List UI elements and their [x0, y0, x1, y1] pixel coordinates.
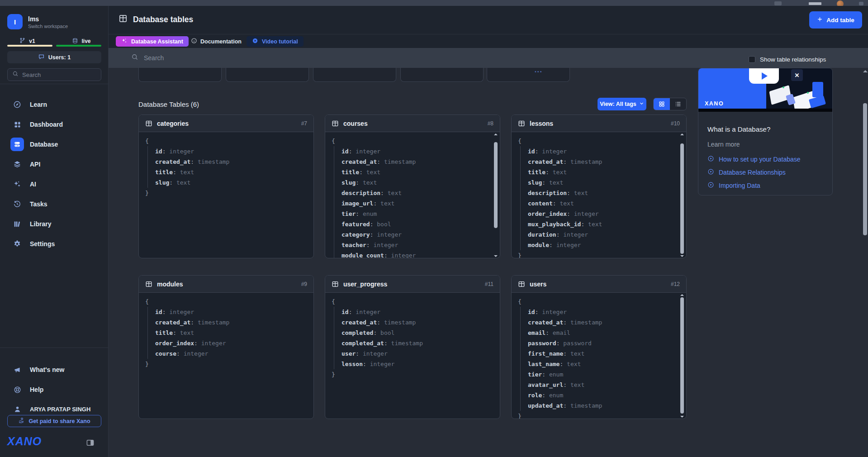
scrollbar-up-arrow[interactable] [863, 70, 868, 72]
help-link-database-relationships[interactable]: Database Relationships [707, 168, 786, 176]
table-card-modules[interactable]: modules#9{id: integercreated_at: timesta… [138, 275, 314, 419]
workspace-avatar[interactable]: I [7, 14, 23, 29]
add-table-button[interactable]: Add table [809, 11, 862, 29]
sidebar-search-input[interactable] [22, 71, 90, 78]
collapse-sidebar-icon[interactable] [85, 438, 95, 447]
field-type: enum [363, 210, 377, 217]
field-type: bool [377, 221, 391, 228]
user-avatar[interactable] [837, 0, 844, 6]
sidebar-search[interactable] [7, 68, 101, 81]
field-name: featured [342, 221, 370, 228]
field-name: image_url [342, 200, 373, 207]
sidebar-item-ai[interactable]: AI [0, 174, 108, 194]
field-line: order_index: integer [528, 209, 680, 219]
scrollbar-thumb[interactable] [863, 103, 867, 235]
person-icon [10, 405, 24, 413]
scrollbar-thumb[interactable] [680, 143, 684, 254]
scrollbar-up-arrow[interactable] [680, 133, 684, 135]
table-name: user_progress [343, 281, 387, 288]
field-name: created_at [342, 319, 377, 326]
field-line: tier: enum [528, 369, 680, 380]
play-button[interactable] [749, 68, 779, 84]
list-view-button[interactable] [670, 98, 686, 110]
sidebar-item-whats-new[interactable]: What's new [0, 360, 108, 380]
video-thumbnail[interactable]: ✕ XANO [698, 68, 832, 112]
table-search[interactable] [131, 48, 424, 68]
gear-icon [10, 240, 24, 248]
workspace-name[interactable]: lms [28, 15, 39, 23]
show-relationships-checkbox[interactable] [749, 56, 755, 63]
sidebar-item-library[interactable]: Library [0, 214, 108, 234]
sidebar-item-label: Library [30, 220, 51, 228]
top-bar [0, 0, 868, 6]
field-name: category [342, 231, 370, 238]
help-link-setup-database[interactable]: How to set up your Database [707, 155, 801, 163]
field-line: teacher: integer [342, 240, 493, 250]
table-card-users[interactable]: users#12{id: integercreated_at: timestam… [511, 275, 687, 419]
show-relationships-label[interactable]: Show table relationships [760, 56, 826, 63]
field-line: id: integer [528, 146, 680, 157]
sidebar-item-database[interactable]: Database [0, 134, 108, 154]
table-card-header: modules#9 [139, 276, 313, 293]
field-line: user: integer [342, 348, 493, 359]
scrolled-out-card[interactable] [138, 68, 222, 82]
users-online-button[interactable]: Users: 1 [7, 51, 101, 63]
field-type: enum [549, 392, 563, 399]
scrollbar-down-arrow[interactable] [680, 416, 684, 418]
table-id: #10 [671, 120, 680, 127]
switch-workspace-link[interactable]: Switch workspace [28, 24, 68, 29]
table-card-courses[interactable]: courses#8{id: integercreated_at: timesta… [325, 114, 500, 258]
table-schema: {id: integercreated_at: timestamptitle: … [139, 293, 313, 419]
grid-view-button[interactable] [654, 98, 670, 110]
card-scrollbar[interactable] [679, 294, 685, 418]
sidebar-item-learn[interactable]: Learn [0, 95, 108, 114]
table-card-header: user_progress#11 [325, 276, 500, 293]
scrolled-out-card[interactable] [313, 68, 396, 82]
field-type: timestamp [384, 319, 416, 326]
history-icon [10, 200, 24, 208]
field-type: timestamp [198, 158, 229, 165]
share-xano-button[interactable]: Get paid to share Xano [7, 415, 101, 427]
field-type: integer [556, 242, 581, 248]
table-search-input[interactable] [144, 54, 424, 62]
chevron-down-icon [639, 101, 644, 107]
scrolled-out-card[interactable] [226, 68, 309, 82]
field-type: integer [542, 309, 567, 315]
field-line: updated_at: timestamp [528, 400, 680, 411]
field-line: first_name: text [528, 348, 680, 359]
card-scrollbar[interactable] [493, 133, 498, 257]
sidebar-item-help[interactable]: Help [0, 380, 108, 400]
sidebar-item-api[interactable]: API [0, 154, 108, 174]
sidebar-item-label: Tasks [30, 200, 47, 208]
brace-open: { [145, 136, 307, 146]
documentation-link[interactable]: Documentation [191, 36, 242, 47]
video-tutorial-button[interactable]: Video tutorial [247, 36, 304, 47]
help-link-importing-data[interactable]: Importing Data [707, 181, 760, 190]
scrollbar-down-arrow[interactable] [494, 255, 498, 257]
plus-icon [817, 16, 823, 24]
xano-logo: XANO [7, 435, 42, 448]
database-assistant-button[interactable]: Database Assistant [116, 36, 189, 47]
scrolled-out-card[interactable] [487, 68, 570, 82]
table-card-lessons[interactable]: lessons#10{id: integercreated_at: timest… [511, 114, 687, 258]
card-scrollbar[interactable] [679, 133, 685, 257]
field-type: integer [563, 231, 588, 238]
field-name: slug [155, 179, 169, 186]
scrolled-out-card[interactable] [400, 68, 484, 82]
scrollbar-up-arrow[interactable] [680, 294, 684, 296]
table-card-user_progress[interactable]: user_progress#11{id: integercreated_at: … [325, 275, 500, 419]
scrollbar-thumb[interactable] [494, 142, 498, 228]
sidebar-item-tasks[interactable]: Tasks [0, 194, 108, 214]
sidebar-item-dashboard[interactable]: Dashboard [0, 114, 108, 134]
field-type: text [570, 350, 584, 357]
environment-selector[interactable]: live [54, 37, 109, 46]
view-all-tags-button[interactable]: View: All tags [598, 98, 646, 110]
topbar-icon-fragment [859, 2, 863, 5]
branch-selector[interactable]: v1 [0, 37, 54, 46]
scrollbar-thumb[interactable] [680, 297, 684, 414]
scrollbar-up-arrow[interactable] [494, 133, 498, 135]
field-name: created_at [155, 158, 190, 165]
table-card-categories[interactable]: categories#7{id: integercreated_at: time… [138, 114, 314, 258]
sidebar-item-settings[interactable]: Settings [0, 234, 108, 254]
scrollbar-down-arrow[interactable] [680, 255, 684, 257]
